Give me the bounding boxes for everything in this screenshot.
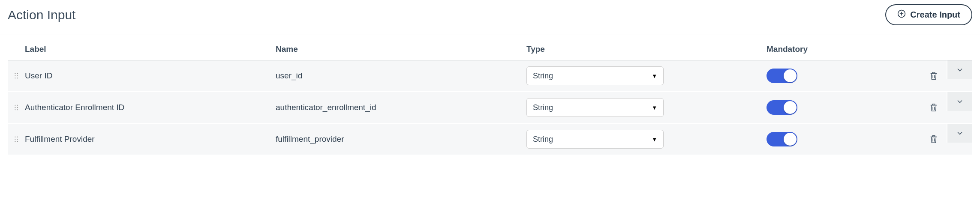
- row-name: user_id: [276, 71, 526, 81]
- page-title: Action Input: [8, 8, 75, 22]
- svg-point-24: [17, 141, 18, 142]
- drag-handle-icon[interactable]: [8, 136, 25, 142]
- svg-point-5: [15, 75, 15, 76]
- svg-point-3: [15, 73, 15, 74]
- svg-point-15: [15, 109, 15, 110]
- caret-down-icon: ▼: [652, 105, 657, 111]
- caret-down-icon: ▼: [652, 73, 657, 79]
- type-select[interactable]: String ▼: [526, 98, 664, 117]
- inputs-table: Label Name Type Mandatory User ID user_i…: [0, 35, 980, 155]
- svg-point-16: [17, 109, 18, 110]
- table-row: Fulfillment Provider fulfillment_provide…: [8, 124, 972, 155]
- delete-button[interactable]: [921, 103, 947, 112]
- type-select-value: String: [533, 135, 553, 144]
- drag-handle-icon[interactable]: [8, 73, 25, 79]
- table-header-row: Label Name Type Mandatory: [8, 35, 972, 60]
- svg-point-12: [17, 105, 18, 106]
- col-header-label: Label: [25, 45, 276, 54]
- mandatory-toggle[interactable]: [767, 69, 797, 83]
- expand-button[interactable]: [947, 92, 972, 111]
- svg-point-7: [15, 78, 15, 78]
- svg-point-21: [15, 139, 15, 140]
- header-bar: Action Input Create Input: [0, 0, 980, 35]
- expand-button[interactable]: [947, 124, 972, 143]
- caret-down-icon: ▼: [652, 136, 657, 143]
- svg-point-6: [17, 75, 18, 76]
- svg-point-4: [17, 73, 18, 74]
- table-row: Authenticator Enrollment ID authenticato…: [8, 92, 972, 124]
- plus-circle-icon: [897, 9, 906, 20]
- delete-button[interactable]: [921, 134, 947, 144]
- row-name: fulfillment_provider: [276, 134, 526, 144]
- create-input-button[interactable]: Create Input: [885, 4, 972, 25]
- table-row: User ID user_id String ▼: [8, 60, 972, 92]
- svg-point-8: [17, 78, 18, 78]
- type-select[interactable]: String ▼: [526, 66, 664, 85]
- type-select-value: String: [533, 72, 553, 81]
- svg-point-22: [17, 139, 18, 140]
- row-label: User ID: [25, 71, 276, 81]
- create-input-label: Create Input: [910, 10, 960, 20]
- svg-point-23: [15, 141, 15, 142]
- svg-point-19: [15, 137, 15, 137]
- svg-point-11: [15, 105, 15, 106]
- col-header-mandatory: Mandatory: [767, 45, 921, 54]
- row-label: Authenticator Enrollment ID: [25, 103, 276, 112]
- svg-point-14: [17, 107, 18, 108]
- mandatory-toggle[interactable]: [767, 100, 797, 115]
- svg-point-20: [17, 137, 18, 137]
- col-header-type: Type: [526, 45, 767, 54]
- row-label: Fulfillment Provider: [25, 134, 276, 144]
- row-name: authenticator_enrollment_id: [276, 103, 526, 112]
- type-select-value: String: [533, 103, 553, 112]
- expand-button[interactable]: [947, 60, 972, 79]
- mandatory-toggle[interactable]: [767, 132, 797, 146]
- drag-handle-icon[interactable]: [8, 105, 25, 110]
- col-header-name: Name: [276, 45, 526, 54]
- type-select[interactable]: String ▼: [526, 130, 664, 149]
- delete-button[interactable]: [921, 71, 947, 81]
- svg-point-13: [15, 107, 15, 108]
